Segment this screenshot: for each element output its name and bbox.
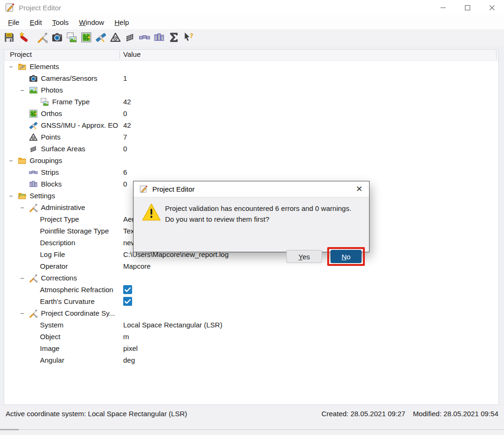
tree-row-operator[interactable]: OperatorMapcore: [4, 260, 498, 272]
tree-row-corrections[interactable]: −Corrections: [4, 272, 498, 284]
svg-text:?: ?: [189, 32, 193, 39]
collapse-toggle-icon[interactable]: −: [19, 274, 29, 282]
collapse-toggle-icon[interactable]: −: [19, 86, 29, 94]
tree-value: 42: [123, 119, 131, 131]
close-button[interactable]: [480, 0, 504, 15]
no-button[interactable]: No: [331, 250, 362, 263]
collapse-toggle-icon[interactable]: −: [8, 157, 17, 164]
column-header-project[interactable]: Project: [10, 50, 32, 58]
blocks-icon: [153, 38, 165, 45]
menu-item-tools[interactable]: Tools: [47, 16, 74, 28]
created-timestamp: Created: 28.05.2021 09:27: [322, 410, 405, 429]
tree-row-object[interactable]: Objectm: [4, 331, 498, 342]
camera-button[interactable]: [50, 31, 64, 45]
tree-label: Elements: [30, 62, 59, 70]
tree-value: 1: [123, 72, 127, 84]
blocks-button[interactable]: [152, 31, 166, 45]
tree-label: Cameras/Sensors: [41, 74, 97, 82]
yes-button[interactable]: Yes: [286, 250, 322, 263]
tree-row-image[interactable]: Imagepixel: [4, 342, 498, 354]
tree-row-earth-s-curvature[interactable]: Earth's Curvature: [4, 295, 498, 307]
project-editor-window: Project Editor FileEditToolsWindowHelp ?…: [0, 0, 504, 435]
tree-label: Operator: [40, 262, 68, 270]
checkbox-checked[interactable]: [123, 297, 132, 306]
tree-row-angular[interactable]: Angulardeg: [4, 354, 498, 366]
tree-row-frame-type[interactable]: Frame Type42: [4, 96, 498, 108]
tree-value: 0: [123, 143, 127, 155]
tree-row-gnss-imu-approx-eo[interactable]: GNSS/IMU - Approx. EO42: [4, 119, 498, 131]
context-help-button[interactable]: ?: [181, 31, 195, 45]
menu-item-help[interactable]: Help: [109, 16, 134, 28]
tree-label: Corrections: [41, 274, 77, 282]
minimize-button[interactable]: [431, 0, 455, 15]
dialog-close-button[interactable]: ✕: [349, 181, 369, 197]
save-icon: [3, 38, 15, 45]
tree-row-photos[interactable]: −Photos: [4, 84, 498, 96]
tree-row-groupings[interactable]: −Groupings: [4, 155, 498, 166]
photos-frame-button[interactable]: [64, 31, 79, 45]
column-header-value[interactable]: Value: [123, 50, 141, 58]
modified-timestamp: Modified: 28.05.2021 09:54: [413, 410, 498, 429]
points-button[interactable]: [108, 31, 122, 45]
tree-value: Mapcore: [123, 260, 150, 272]
checkbox-checked[interactable]: [123, 285, 132, 294]
tree-label: Description: [40, 239, 75, 247]
timestamps: Created: 28.05.2021 09:27 Modified: 28.0…: [322, 410, 498, 429]
strips-button[interactable]: [137, 31, 151, 45]
tools-icon: [29, 309, 39, 318]
magic-wand-button[interactable]: [16, 31, 31, 45]
sigma-button[interactable]: [166, 31, 181, 45]
column-divider[interactable]: [119, 51, 120, 59]
tree-value: Local Space Rectangular (LSR): [123, 319, 222, 331]
tree-label: Image: [40, 344, 60, 352]
collapse-toggle-icon[interactable]: −: [19, 310, 29, 317]
tree-row-points[interactable]: Points7: [4, 131, 498, 143]
frame-icon: [66, 38, 78, 45]
tree-row-orthos[interactable]: Orthos0: [4, 108, 498, 119]
menu-item-window[interactable]: Window: [74, 16, 109, 28]
status-bar: Active coordinate system: Local Space Re…: [0, 405, 504, 429]
dialog-message-line1: Project validation has encountered 6 err…: [165, 203, 351, 214]
ortho-icon: [80, 38, 92, 45]
maximize-icon: [465, 5, 471, 11]
tree-label: Orthos: [41, 109, 62, 117]
save-button[interactable]: [2, 31, 16, 45]
resize-grip[interactable]: [0, 429, 19, 430]
tree-row-elements[interactable]: −Elements: [4, 61, 498, 72]
column-divider: [496, 51, 496, 59]
tree-label: Earth's Curvature: [40, 297, 94, 305]
tree-label: Project Type: [40, 215, 79, 223]
dialog-message: Project validation has encountered 6 err…: [165, 203, 351, 225]
tools-button[interactable]: [35, 31, 49, 45]
folder-icon: [17, 156, 28, 165]
gnss-button[interactable]: [94, 31, 108, 45]
camera-icon: [51, 38, 63, 45]
collapse-toggle-icon[interactable]: −: [19, 204, 29, 211]
camera-icon: [29, 74, 39, 83]
tree-row-strips[interactable]: Strips6: [4, 166, 498, 178]
blocks-icon: [29, 179, 39, 189]
tree-row-system[interactable]: SystemLocal Space Rectangular (LSR): [4, 319, 498, 331]
tree-row-cameras-sensors[interactable]: Cameras/Sensors1: [4, 72, 498, 84]
satellite-icon: [29, 121, 39, 130]
tree-row-surface-areas[interactable]: Surface Areas0: [4, 143, 498, 155]
tree-value: m: [123, 331, 129, 342]
active-coordinate-system-text: Active coordinate system: Local Space Re…: [6, 410, 187, 429]
tree-row-atmospheric-refraction[interactable]: Atmospheric Refraction: [4, 284, 498, 295]
tree-label: Object: [40, 333, 60, 341]
maximize-button[interactable]: [455, 0, 480, 15]
points-icon: [29, 132, 39, 142]
menu-item-edit[interactable]: Edit: [24, 16, 47, 28]
surface-button[interactable]: [123, 31, 137, 45]
tree-label: Settings: [30, 192, 55, 200]
strips-icon: [139, 38, 150, 45]
collapse-toggle-icon[interactable]: −: [8, 63, 17, 70]
menu-item-file[interactable]: File: [3, 16, 24, 28]
tree-row-project-coordinate-sy[interactable]: −Project Coordinate Sy...: [4, 307, 498, 319]
collapse-toggle-icon[interactable]: −: [8, 192, 17, 200]
toolbar: ?: [0, 29, 504, 46]
tree-label: System: [40, 321, 63, 329]
ortho-button[interactable]: [79, 31, 93, 45]
tree-value: deg: [123, 354, 135, 366]
tree-label: GNSS/IMU - Approx. EO: [41, 121, 118, 129]
